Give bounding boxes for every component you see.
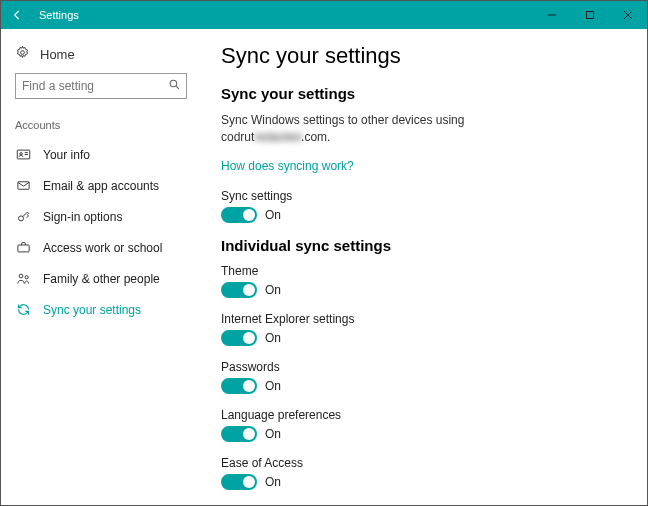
- page-title: Sync your settings: [221, 43, 627, 69]
- sync-description: Sync Windows settings to other devices u…: [221, 112, 627, 146]
- sync-settings-label: Sync settings: [221, 189, 627, 203]
- mail-icon: [15, 178, 31, 193]
- toggle-state: On: [265, 283, 281, 297]
- titlebar: Settings: [1, 1, 647, 29]
- sidebar-item-signin[interactable]: Sign-in options: [1, 201, 201, 232]
- search-icon: [168, 78, 181, 94]
- sidebar: Home Accounts Your info: [1, 29, 201, 505]
- other-label: Other Windows settings: [221, 504, 627, 505]
- svg-rect-11: [17, 182, 28, 190]
- home-button[interactable]: Home: [1, 41, 201, 73]
- close-button[interactable]: [609, 1, 647, 29]
- svg-point-5: [170, 80, 177, 87]
- sidebar-item-label: Family & other people: [43, 272, 160, 286]
- passwords-toggle[interactable]: [221, 378, 257, 394]
- passwords-label: Passwords: [221, 360, 627, 374]
- search-input[interactable]: [15, 73, 187, 99]
- settings-window: Settings Home: [0, 0, 648, 506]
- ie-label: Internet Explorer settings: [221, 312, 627, 326]
- home-label: Home: [40, 47, 75, 62]
- ease-label: Ease of Access: [221, 456, 627, 470]
- sidebar-item-email[interactable]: Email & app accounts: [1, 170, 201, 201]
- content: Sync your settings Sync your settings Sy…: [201, 29, 647, 505]
- profile-icon: [15, 147, 31, 162]
- sidebar-item-label: Sign-in options: [43, 210, 122, 224]
- sidebar-item-family[interactable]: Family & other people: [1, 263, 201, 294]
- toggle-state: On: [265, 427, 281, 441]
- theme-toggle[interactable]: [221, 282, 257, 298]
- sidebar-item-work[interactable]: Access work or school: [1, 232, 201, 263]
- sync-settings-toggle[interactable]: [221, 207, 257, 223]
- gear-icon: [15, 45, 30, 63]
- sidebar-item-label: Access work or school: [43, 241, 162, 255]
- sidebar-item-your-info[interactable]: Your info: [1, 139, 201, 170]
- briefcase-icon: [15, 240, 31, 255]
- toggle-state: On: [265, 208, 281, 222]
- search-wrap: [1, 73, 201, 113]
- sidebar-item-label: Email & app accounts: [43, 179, 159, 193]
- sidebar-item-sync[interactable]: Sync your settings: [1, 294, 201, 325]
- maximize-button[interactable]: [571, 1, 609, 29]
- theme-label: Theme: [221, 264, 627, 278]
- svg-rect-13: [17, 245, 28, 252]
- ie-toggle[interactable]: [221, 330, 257, 346]
- key-icon: [15, 209, 31, 224]
- body: Home Accounts Your info: [1, 29, 647, 505]
- svg-line-6: [176, 86, 179, 89]
- svg-point-14: [19, 274, 23, 278]
- ease-toggle[interactable]: [221, 474, 257, 490]
- language-toggle[interactable]: [221, 426, 257, 442]
- svg-rect-1: [587, 12, 594, 19]
- language-label: Language preferences: [221, 408, 627, 422]
- subheading-sync: Sync your settings: [221, 85, 627, 102]
- toggle-state: On: [265, 379, 281, 393]
- svg-point-15: [25, 276, 28, 279]
- subheading-individual: Individual sync settings: [221, 237, 627, 254]
- minimize-button[interactable]: [533, 1, 571, 29]
- toggle-state: On: [265, 331, 281, 345]
- people-icon: [15, 271, 31, 286]
- how-syncing-works-link[interactable]: How does syncing work?: [221, 159, 354, 173]
- sidebar-item-label: Your info: [43, 148, 90, 162]
- sync-icon: [15, 302, 31, 317]
- toggle-state: On: [265, 475, 281, 489]
- window-title: Settings: [33, 9, 533, 21]
- section-label: Accounts: [1, 113, 201, 139]
- back-button[interactable]: [1, 1, 33, 29]
- svg-point-4: [21, 51, 25, 55]
- window-controls: [533, 1, 647, 29]
- svg-point-12: [18, 216, 23, 221]
- sidebar-item-label: Sync your settings: [43, 303, 141, 317]
